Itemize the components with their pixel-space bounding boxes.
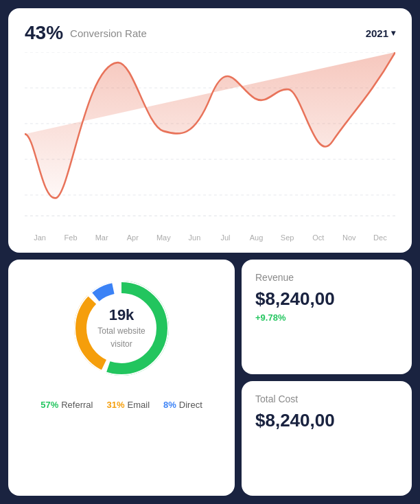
bottom-section: 19k Total websitevisitor 57% Referral 31… [8, 260, 412, 496]
x-label-apr: Apr [119, 233, 146, 242]
year-selector[interactable]: 2021 ▾ [366, 27, 395, 39]
total-cost-title: Total Cost [255, 393, 398, 404]
total-cost-card: Total Cost $8,240,00 [242, 381, 412, 496]
donut-legend: 57% Referral 31% Email 8% Direct [40, 400, 202, 410]
legend-referral: 57% Referral [40, 400, 93, 410]
revenue-title: Revenue [255, 272, 398, 283]
x-label-aug: Aug [243, 233, 270, 242]
x-label-dec: Dec [366, 233, 394, 242]
line-chart [25, 52, 395, 231]
x-label-sep: Sep [274, 233, 301, 242]
conversion-percentage: 43% [25, 22, 63, 44]
email-label: Email [128, 400, 150, 410]
direct-pct: 8% [163, 400, 176, 410]
donut-center: 19k Total websitevisitor [97, 306, 145, 350]
top-card: 43% Conversion Rate 2021 ▾ [8, 8, 412, 253]
referral-label: Referral [61, 400, 93, 410]
x-label-oct: Oct [305, 233, 332, 242]
chevron-down-icon: ▾ [391, 28, 395, 38]
donut-card: 19k Total websitevisitor 57% Referral 31… [8, 260, 235, 496]
revenue-value: $8,240,00 [255, 288, 398, 310]
x-axis-labels: Jan Feb Mar Apr May Jun Jul Aug Sep Oct … [25, 231, 395, 242]
x-label-jul: Jul [211, 233, 239, 242]
x-label-feb: Feb [57, 233, 84, 242]
referral-pct: 57% [40, 400, 58, 410]
x-label-mar: Mar [88, 233, 115, 242]
total-cost-value: $8,240,00 [255, 410, 398, 431]
email-pct: 31% [106, 400, 124, 410]
revenue-card: Revenue $8,240,00 +9.78% [242, 260, 412, 374]
donut-chart: 19k Total websitevisitor [67, 273, 176, 383]
x-label-jun: Jun [180, 233, 208, 242]
revenue-change: +9.78% [255, 312, 398, 323]
donut-value: 19k [97, 306, 145, 324]
top-card-header: 43% Conversion Rate 2021 ▾ [25, 22, 395, 44]
legend-direct: 8% Direct [163, 400, 202, 410]
year-value: 2021 [366, 27, 388, 39]
x-label-jan: Jan [26, 233, 54, 242]
conversion-rate-label: 43% Conversion Rate [25, 22, 147, 44]
legend-email: 31% Email [106, 400, 150, 410]
x-label-nov: Nov [336, 233, 363, 242]
right-cards: Revenue $8,240,00 +9.78% Total Cost $8,2… [242, 260, 412, 496]
direct-label: Direct [179, 400, 202, 410]
conversion-label: Conversion Rate [70, 27, 147, 39]
x-label-may: May [150, 233, 177, 242]
donut-sublabel: Total websitevisitor [97, 326, 145, 349]
